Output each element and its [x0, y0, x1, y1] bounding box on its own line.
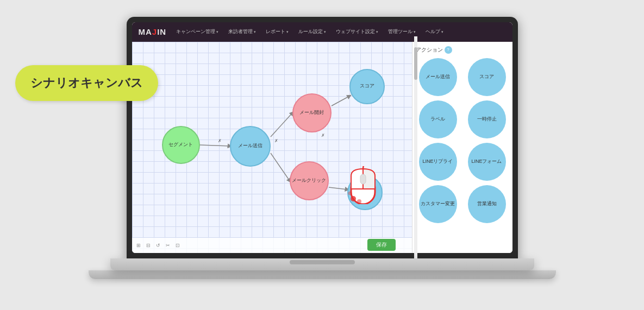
chevron-down-icon: ▾	[324, 30, 326, 34]
screen-inner: MAJIN キャンペーン管理 ▾ 来訪者管理 ▾ レポート ▾	[132, 22, 512, 253]
scene: シナリオキャンバス MAJIN キャンペーン管理 ▾ 来訪者管理 ▾	[0, 0, 644, 310]
callout-bubble: シナリオキャンバス	[15, 65, 158, 101]
callout-text: シナリオキャンバス	[30, 76, 143, 90]
action-pause[interactable]: 一時停止	[468, 100, 506, 138]
nav-report[interactable]: レポート ▾	[266, 28, 289, 35]
nav-website[interactable]: ウェブサイト設定 ▾	[336, 28, 378, 35]
action-mail-send[interactable]: メール送信	[419, 58, 457, 96]
svg-text:✗: ✗	[218, 138, 222, 143]
nav-help[interactable]: ヘルプ ▾	[426, 28, 443, 35]
action-sales-notify[interactable]: 営業通知	[468, 185, 506, 223]
svg-text:✗: ✗	[321, 133, 325, 138]
mouse-cursor-icon	[347, 166, 379, 204]
svg-point-12	[348, 191, 352, 195]
nav-campaign[interactable]: キャンペーン管理 ▾	[176, 28, 218, 35]
actions-grid: メール送信 スコア ラベル 一時停止	[416, 58, 509, 223]
nav-rule[interactable]: ルール設定 ▾	[298, 28, 326, 35]
logo-in: IN	[157, 27, 166, 36]
sidebar-title: アクション ?	[416, 46, 509, 54]
navbar: MAJIN キャンペーン管理 ▾ 来訪者管理 ▾ レポート ▾	[132, 22, 512, 42]
save-button[interactable]: 保存	[367, 239, 396, 251]
chevron-down-icon: ▾	[216, 30, 218, 34]
laptop-screen: MAJIN キャンペーン管理 ▾ 来訪者管理 ▾ レポート ▾	[127, 17, 518, 258]
chevron-down-icon: ▾	[414, 30, 416, 34]
action-customer-change[interactable]: カスタマー変更	[419, 185, 457, 223]
svg-text:✗: ✗	[274, 138, 278, 143]
node-mail-click[interactable]: メールクリック	[290, 161, 329, 200]
svg-point-10	[351, 196, 356, 201]
laptop-base	[89, 270, 556, 279]
chevron-down-icon: ▾	[376, 30, 378, 34]
nav-tools[interactable]: 管理ツール ▾	[388, 28, 416, 35]
laptop: MAJIN キャンペーン管理 ▾ 来訪者管理 ▾ レポート ▾	[110, 17, 534, 294]
logo-j: J	[152, 27, 157, 36]
chevron-down-icon: ▾	[254, 30, 256, 34]
svg-line-1	[271, 113, 292, 137]
logo: MAJIN	[139, 27, 167, 36]
node-segment[interactable]: セグメント	[162, 126, 200, 164]
main-content: ✗ ✗ ✗ セグメント メール送信 メール開封	[132, 42, 512, 253]
scrollbar[interactable]	[414, 42, 417, 253]
action-line-form[interactable]: LINEフォーム	[468, 143, 506, 181]
logo-ma: MA	[139, 27, 152, 36]
nav-visitor[interactable]: 来訪者管理 ▾	[228, 28, 256, 35]
action-label[interactable]: ラベル	[419, 100, 457, 138]
canvas-area[interactable]: ✗ ✗ ✗ セグメント メール送信 メール開封	[132, 42, 412, 253]
svg-line-0	[200, 145, 230, 146]
svg-point-11	[357, 199, 361, 204]
help-icon[interactable]: ?	[445, 46, 452, 54]
svg-rect-9	[360, 174, 366, 184]
svg-line-4	[329, 187, 347, 189]
chevron-down-icon: ▾	[441, 30, 443, 34]
laptop-bottom-bezel	[110, 258, 534, 270]
chevron-down-icon: ▾	[286, 30, 289, 34]
scrollbar-thumb[interactable]	[414, 47, 417, 80]
action-score[interactable]: スコア	[468, 58, 506, 96]
action-line-reply[interactable]: LINEリプライ	[419, 143, 457, 181]
svg-line-3	[332, 96, 349, 106]
right-sidebar: アクション ? メール送信 スコア ラベル	[412, 42, 512, 253]
node-mail-open[interactable]: メール開封	[292, 93, 332, 132]
svg-line-2	[271, 153, 290, 181]
node-score1[interactable]: スコア	[349, 69, 385, 104]
node-mail-send[interactable]: メール送信	[230, 126, 271, 167]
